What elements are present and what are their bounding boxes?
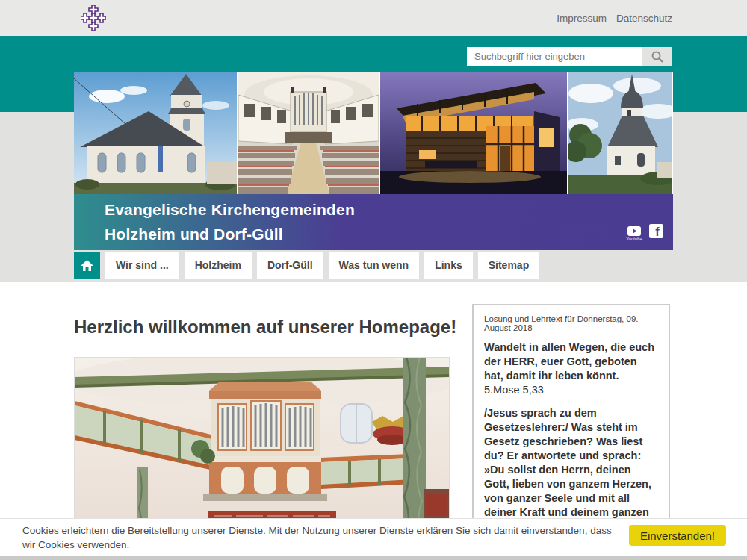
banner-photo-church-exterior xyxy=(74,72,237,194)
nav-item-links[interactable]: Links xyxy=(424,252,473,279)
bottom-strip xyxy=(0,556,747,560)
social-links: Youtube f xyxy=(626,224,663,241)
losung-text: Wandelt in allen Wegen, die euch der HER… xyxy=(484,340,658,383)
cookie-banner: Cookies erleichtern die Bereitstellung u… xyxy=(0,518,747,556)
banner-photo-church-tower xyxy=(568,72,672,194)
facebook-link[interactable]: f xyxy=(649,224,663,241)
datenschutz-link[interactable]: Datenschutz xyxy=(616,13,672,24)
nav-home-button[interactable] xyxy=(74,252,100,279)
banner-photo-community-center-night xyxy=(380,72,567,194)
losung-reference: 5.Mose 5,33 xyxy=(484,383,658,397)
search-box xyxy=(467,47,672,66)
site-title-line1: Evangelische Kirchengemeinden xyxy=(105,201,355,219)
organ xyxy=(203,382,327,501)
facebook-icon: f xyxy=(649,224,663,238)
top-bar: Impressum Datenschutz xyxy=(0,0,747,36)
nav-item-wir-sind[interactable]: Wir sind ... xyxy=(105,252,179,279)
search-input[interactable] xyxy=(467,47,642,66)
banner-photo-strip xyxy=(74,72,673,194)
page-root: Impressum Datenschutz xyxy=(0,0,747,560)
cookie-accept-button[interactable]: Einverstanden! xyxy=(629,525,726,546)
impressum-link[interactable]: Impressum xyxy=(557,13,607,24)
youtube-label: Youtube xyxy=(626,237,642,241)
ekhn-cross-logo xyxy=(81,5,106,31)
search-icon xyxy=(651,50,664,63)
facebook-letter: f xyxy=(655,225,660,238)
banner-photo-church-interior xyxy=(238,72,379,194)
nav-item-holzheim[interactable]: Holzheim xyxy=(185,252,252,279)
losung-date: Losung und Lehrtext für Donnerstag, 09. … xyxy=(484,314,658,332)
search-button[interactable] xyxy=(642,47,672,66)
nav-item-dorf-guell[interactable]: Dorf-Güll xyxy=(257,252,323,279)
youtube-link[interactable]: Youtube xyxy=(626,226,642,241)
youtube-icon xyxy=(627,226,641,236)
main-navigation: Wir sind ... Holzheim Dorf-Güll Was tun … xyxy=(74,252,539,279)
nav-item-was-tun-wenn[interactable]: Was tun wenn xyxy=(329,252,420,279)
home-icon xyxy=(81,260,93,271)
title-banner: Evangelische Kirchengemeinden Holzheim u… xyxy=(74,194,673,250)
nav-item-sitemap[interactable]: Sitemap xyxy=(478,252,539,279)
ekhn-cross-icon xyxy=(81,5,106,31)
page-heading: Herzlich willkommen auf unserer Homepage… xyxy=(74,317,456,337)
site-title-line2: Holzheim und Dorf-Güll xyxy=(105,225,283,243)
cookie-message: Cookies erleichtern die Bereitstellung u… xyxy=(22,523,613,552)
topbar-links: Impressum Datenschutz xyxy=(557,13,672,24)
